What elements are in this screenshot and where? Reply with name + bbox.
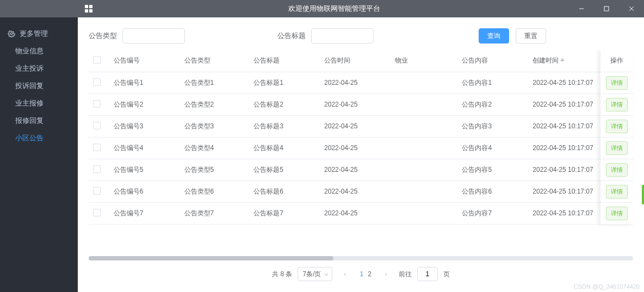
- detail-button[interactable]: 详情: [606, 185, 628, 198]
- select-all-checkbox[interactable]: [93, 56, 101, 64]
- row-checkbox[interactable]: [93, 187, 101, 195]
- cell-property: [391, 181, 458, 202]
- page-number[interactable]: 1: [357, 270, 366, 278]
- cell-created: 2022-04-25 10:17:07: [528, 137, 599, 159]
- table-row: 公告编号2 公告类型2 公告标题2 2022-04-25 公告内容2 2022-…: [89, 94, 633, 115]
- horizontal-scrollbar[interactable]: [89, 256, 633, 260]
- cell-type: 公告类型1: [180, 72, 250, 94]
- maximize-button[interactable]: [594, 0, 619, 17]
- row-checkbox[interactable]: [93, 144, 101, 151]
- cell-title: 公告标题7: [249, 202, 320, 224]
- table-row: 公告编号1 公告类型1 公告标题1 2022-04-25 公告内容1 2022-…: [89, 72, 633, 94]
- sidebar-item[interactable]: 投诉回复: [0, 77, 78, 95]
- gear-icon: [8, 30, 15, 38]
- pagination: 共 8 条 7条/页 ‹ 12 › 前往 页: [78, 260, 644, 292]
- cell-id: 公告编号2: [109, 94, 180, 115]
- col-header-created[interactable]: 创建时间 ÷: [528, 50, 599, 72]
- cell-created: 2022-04-25 10:17:07: [528, 72, 599, 94]
- detail-button[interactable]: 详情: [606, 163, 628, 177]
- row-checkbox[interactable]: [93, 78, 101, 86]
- svg-point-8: [10, 33, 13, 35]
- col-header-property[interactable]: 物业: [391, 50, 458, 72]
- cell-time: 2022-04-25: [320, 94, 391, 115]
- reset-button[interactable]: 重置: [516, 28, 546, 44]
- table-row: 公告编号7 公告类型7 公告标题7 2022-04-25 公告内容7 2022-…: [89, 202, 633, 224]
- sidebar-item[interactable]: 小区公告: [0, 129, 78, 147]
- close-button[interactable]: [619, 0, 644, 17]
- cell-id: 公告编号5: [109, 159, 180, 181]
- page-prev[interactable]: ‹: [338, 267, 352, 281]
- detail-button[interactable]: 详情: [606, 120, 628, 133]
- filter-type-label: 公告类型: [89, 31, 117, 41]
- filter-title-label: 公告标题: [277, 31, 306, 41]
- cell-property: [391, 72, 458, 94]
- cell-property: [391, 94, 458, 115]
- cell-content: 公告内容5: [457, 159, 528, 181]
- cell-time: 2022-04-25: [320, 137, 391, 159]
- col-header-type[interactable]: 公告类型: [180, 50, 250, 72]
- svg-rect-3: [89, 9, 92, 13]
- filter-title-input[interactable]: [311, 28, 374, 44]
- cell-content: 公告内容1: [457, 72, 528, 94]
- cell-time: 2022-04-25: [320, 72, 391, 94]
- page-number[interactable]: 2: [366, 270, 374, 278]
- cell-content: 公告内容2: [457, 94, 528, 115]
- col-header-time[interactable]: 公告时间: [320, 50, 391, 72]
- window-title: 欢迎使用物联网智能管理平台: [100, 4, 569, 14]
- cell-time: 2022-04-25: [320, 202, 391, 224]
- col-header-id[interactable]: 公告编号: [109, 50, 180, 72]
- row-checkbox[interactable]: [93, 165, 101, 173]
- cell-content: 公告内容3: [457, 115, 528, 137]
- page-size-select[interactable]: 7条/页: [298, 267, 332, 281]
- svg-rect-5: [604, 7, 609, 11]
- search-button[interactable]: 查询: [479, 28, 509, 44]
- cell-created: 2022-04-25 10:17:07: [528, 94, 599, 115]
- table-row: 公告编号4 公告类型4 公告标题4 2022-04-25 公告内容4 2022-…: [89, 137, 633, 159]
- cell-type: 公告类型6: [180, 181, 250, 202]
- col-header-action: 操作: [600, 50, 633, 72]
- cell-content: 公告内容7: [457, 202, 528, 224]
- cell-property: [391, 137, 458, 159]
- cell-title: 公告标题3: [249, 115, 320, 137]
- detail-button[interactable]: 详情: [606, 98, 628, 111]
- cell-created: 2022-04-25 10:17:07: [528, 115, 599, 137]
- cell-title: 公告标题5: [249, 159, 320, 181]
- cell-id: 公告编号3: [109, 115, 180, 137]
- page-next[interactable]: ›: [379, 267, 393, 281]
- nav-more[interactable]: 更多管理: [0, 25, 78, 42]
- cell-time: 2022-04-25: [320, 159, 391, 181]
- sidebar-item[interactable]: 业主投诉: [0, 60, 78, 77]
- sidebar-item[interactable]: 报修回复: [0, 112, 78, 129]
- scrollbar-thumb[interactable]: [89, 256, 333, 260]
- apps-grid-icon[interactable]: [78, 5, 100, 13]
- filter-type-input[interactable]: [122, 28, 185, 44]
- sidebar-item[interactable]: 物业信息: [0, 42, 78, 60]
- cell-time: 2022-04-25: [320, 115, 391, 137]
- detail-button[interactable]: 详情: [606, 76, 628, 90]
- cell-id: 公告编号4: [109, 137, 180, 159]
- cell-content: 公告内容6: [457, 181, 528, 202]
- sidebar-item[interactable]: 业主报修: [0, 95, 78, 112]
- pagination-total: 共 8 条: [272, 270, 292, 279]
- cell-created: 2022-04-25 10:17:07: [528, 159, 599, 181]
- svg-rect-1: [89, 5, 92, 8]
- cell-type: 公告类型7: [180, 202, 250, 224]
- detail-button[interactable]: 详情: [606, 141, 628, 155]
- row-checkbox[interactable]: [93, 209, 101, 216]
- row-checkbox[interactable]: [93, 122, 101, 129]
- goto-page-input[interactable]: [417, 267, 438, 281]
- col-header-content[interactable]: 公告内容: [457, 50, 528, 72]
- side-indicator: [642, 185, 644, 204]
- detail-button[interactable]: 详情: [606, 207, 628, 220]
- row-checkbox[interactable]: [93, 100, 101, 108]
- cell-id: 公告编号6: [109, 181, 180, 202]
- cell-title: 公告标题1: [249, 72, 320, 94]
- cell-property: [391, 202, 458, 224]
- data-table: 公告编号 公告类型 公告标题 公告时间 物业 公告内容 创建时间 ÷ 更新时间 …: [89, 50, 633, 225]
- svg-rect-0: [85, 5, 88, 8]
- minimize-button[interactable]: [569, 0, 594, 17]
- col-header-title[interactable]: 公告标题: [249, 50, 320, 72]
- cell-id: 公告编号1: [109, 72, 180, 94]
- goto-prefix: 前往: [399, 270, 412, 279]
- cell-property: [391, 115, 458, 137]
